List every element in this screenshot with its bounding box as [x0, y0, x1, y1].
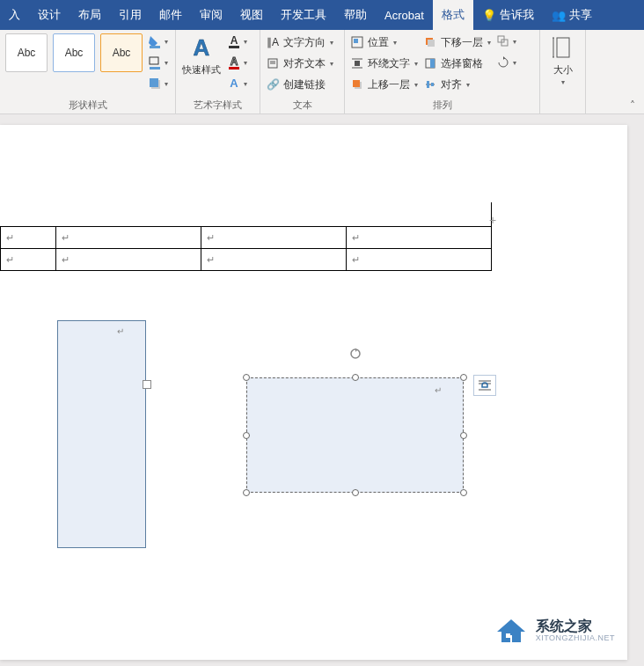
group-label-shape-styles: 形状样式: [5, 96, 170, 113]
resize-handle-br[interactable]: [460, 489, 467, 496]
document-page[interactable]: ↵↵↵↵ ↵↵↵↵ + ↵ ↵ 系统之家 XITONGZHIJIA.NET: [0, 125, 627, 660]
wordart-a-icon: A: [187, 33, 216, 62]
tab-format[interactable]: 格式: [433, 0, 473, 30]
shape-style-gallery[interactable]: Abc Abc Abc: [5, 33, 143, 72]
align-objects-button[interactable]: 对齐▾: [423, 76, 491, 93]
rotate-objects-button[interactable]: ▾: [496, 55, 516, 70]
align-obj-label: 对齐: [441, 77, 462, 92]
send-backward-button[interactable]: 下移一层▾: [423, 33, 491, 51]
svg-rect-20: [353, 80, 360, 87]
bring-forward-button[interactable]: 上移一层▾: [350, 76, 418, 93]
collapse-ribbon-button[interactable]: ˄: [630, 99, 640, 110]
tab-devtools[interactable]: 开发工具: [272, 0, 335, 30]
resize-handle-ml[interactable]: [243, 432, 250, 439]
resize-handle-tl[interactable]: [243, 374, 250, 381]
shape-style-2[interactable]: Abc: [53, 33, 95, 72]
table-row: ↵↵↵↵: [1, 249, 492, 271]
tab-share[interactable]: 👥共享: [543, 0, 601, 30]
chevron-down-icon: ▾: [165, 38, 168, 46]
svg-text:A: A: [231, 55, 238, 68]
chevron-down-icon: ▾: [513, 59, 516, 67]
tab-help[interactable]: 帮助: [335, 0, 376, 30]
share-label: 共享: [569, 7, 592, 23]
chevron-down-icon: ▾: [487, 39, 491, 47]
effects-icon: [148, 77, 162, 91]
shape-outline-button[interactable]: ▾: [148, 55, 168, 70]
svg-rect-7: [229, 46, 239, 48]
svg-rect-22: [428, 40, 435, 47]
forward-icon: [350, 77, 364, 91]
tab-acrobat[interactable]: Acrobat: [376, 0, 433, 30]
backward-label: 下移一层: [441, 35, 483, 50]
chevron-down-icon: ▾: [330, 39, 333, 47]
chevron-down-icon: ▾: [165, 80, 168, 88]
text-effects-button[interactable]: A▾: [227, 76, 247, 91]
svg-text:A: A: [194, 34, 210, 61]
tab-insert[interactable]: 入: [0, 0, 29, 30]
watermark-subtitle: XITONGZHIJIA.NET: [536, 634, 615, 643]
group-shape-styles: Abc Abc Abc ▾ ▾ ▾ 形状样式: [0, 30, 176, 113]
text-direction-button[interactable]: ∥A文字方向▾: [266, 33, 333, 51]
tab-view[interactable]: 视图: [231, 0, 272, 30]
tab-references[interactable]: 引用: [110, 0, 150, 30]
pane-icon: [423, 56, 437, 70]
textbox-shape-2-selected[interactable]: ↵: [246, 377, 464, 493]
align-obj-icon: [423, 77, 437, 91]
resize-handle-bl[interactable]: [243, 489, 250, 496]
object-anchor-icon: [143, 380, 151, 389]
selection-pane-button[interactable]: 选择窗格: [423, 55, 491, 72]
svg-rect-35: [506, 633, 510, 638]
shape-fill-button[interactable]: ▾: [148, 33, 168, 49]
position-button[interactable]: 位置▾: [350, 33, 418, 51]
ribbon: Abc Abc Abc ▾ ▾ ▾ 形状样式 A 快速样式 A▾ A▾ A▾: [0, 30, 644, 114]
group-wordart: A 快速样式 A▾ A▾ A▾ 艺术字样式: [176, 30, 260, 113]
textbox-shape-1[interactable]: ↵: [57, 320, 146, 548]
document-table[interactable]: ↵↵↵↵ ↵↵↵↵: [0, 226, 492, 271]
forward-label: 上移一层: [368, 77, 410, 92]
quick-styles-button[interactable]: A 快速样式: [181, 33, 222, 77]
size-icon: [549, 33, 577, 62]
table-add-column-handle[interactable]: +: [489, 213, 496, 227]
tab-tellme[interactable]: 💡告诉我: [473, 0, 543, 30]
text-fill-icon: A: [227, 34, 241, 48]
wrap-icon: [350, 56, 364, 70]
shape-style-1[interactable]: Abc: [5, 33, 48, 72]
text-outline-icon: A: [227, 55, 241, 70]
svg-rect-26: [427, 81, 429, 88]
chevron-down-icon: ▾: [393, 39, 397, 47]
group-objects-button[interactable]: ▾: [496, 33, 516, 49]
resize-handle-bm[interactable]: [352, 489, 359, 496]
chevron-down-icon: ▾: [330, 60, 333, 68]
fill-icon: [148, 34, 162, 48]
svg-text:A: A: [230, 77, 238, 90]
wrap-text-button[interactable]: 环绕文字▾: [350, 55, 418, 72]
chevron-down-icon: ▾: [466, 81, 470, 89]
chevron-down-icon: ▾: [244, 80, 247, 88]
layout-options-button[interactable]: [473, 375, 496, 396]
document-area: ↵↵↵↵ ↵↵↵↵ + ↵ ↵ 系统之家 XITONGZHIJIA.NET: [0, 114, 644, 666]
resize-handle-tr[interactable]: [460, 374, 467, 381]
shape-effects-button[interactable]: ▾: [148, 76, 168, 91]
create-link-button[interactable]: 🔗创建链接: [266, 76, 333, 93]
create-link-label: 创建链接: [283, 77, 326, 92]
paragraph-mark-icon: ↵: [435, 385, 442, 395]
tab-layout[interactable]: 布局: [70, 0, 110, 30]
paragraph-mark-icon: ↵: [117, 326, 124, 336]
house-logo-icon: [494, 616, 529, 646]
tab-review[interactable]: 审阅: [191, 0, 231, 30]
tab-design[interactable]: 设计: [29, 0, 70, 30]
resize-handle-mr[interactable]: [460, 432, 467, 439]
rotate-handle[interactable]: [348, 347, 362, 361]
shape-style-3[interactable]: Abc: [100, 33, 143, 72]
size-button[interactable]: 大小 ▾: [545, 33, 580, 86]
table-row: ↵↵↵↵: [1, 227, 492, 249]
text-outline-button[interactable]: A▾: [227, 55, 247, 70]
text-fill-button[interactable]: A▾: [227, 33, 247, 49]
svg-rect-4: [150, 78, 158, 87]
chevron-down-icon: ▾: [165, 59, 168, 67]
resize-handle-tm[interactable]: [352, 374, 359, 381]
watermark-title: 系统之家: [536, 618, 615, 634]
align-text-button[interactable]: 对齐文本▾: [266, 55, 333, 72]
group-label-text: 文本: [266, 96, 339, 113]
tab-mailings[interactable]: 邮件: [150, 0, 191, 30]
